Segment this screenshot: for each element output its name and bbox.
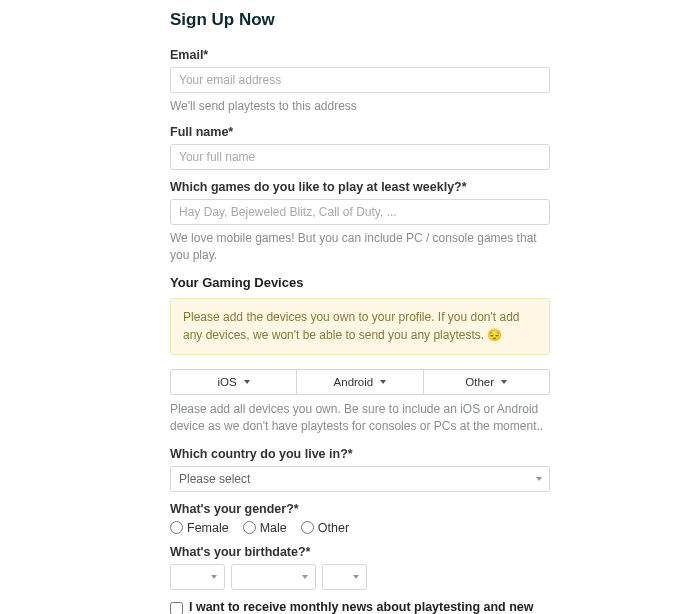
- gender-label: What's your gender?*: [170, 502, 550, 516]
- gender-male-label: Male: [260, 521, 287, 535]
- country-select[interactable]: Please select: [170, 466, 550, 492]
- gender-female-label: Female: [187, 521, 229, 535]
- gender-other-label: Other: [318, 521, 349, 535]
- newsletter-option[interactable]: I want to receive monthly news about pla…: [170, 600, 550, 614]
- gender-female-option[interactable]: Female: [170, 521, 229, 535]
- email-field[interactable]: [170, 67, 550, 93]
- games-field[interactable]: [170, 199, 550, 225]
- devices-notice: Please add the devices you own to your p…: [170, 298, 550, 355]
- birth-day-select[interactable]: [231, 564, 316, 590]
- android-dropdown[interactable]: Android: [297, 369, 423, 395]
- other-dropdown[interactable]: Other: [424, 369, 550, 395]
- newsletter-checkbox[interactable]: [170, 602, 183, 614]
- gender-male-radio[interactable]: [243, 521, 256, 534]
- ios-dropdown[interactable]: iOS: [170, 369, 297, 395]
- page-title: Sign Up Now: [170, 10, 550, 30]
- devices-heading: Your Gaming Devices: [170, 275, 550, 290]
- fullname-label: Full name*: [170, 125, 550, 139]
- devices-notice-text: Please add the devices you own to your p…: [183, 310, 520, 341]
- devices-helper: Please add all devices you own. Be sure …: [170, 401, 550, 435]
- games-label: Which games do you like to play at least…: [170, 180, 550, 194]
- caret-down-icon: [501, 380, 507, 384]
- gender-male-option[interactable]: Male: [243, 521, 287, 535]
- android-dropdown-label: Android: [334, 376, 374, 388]
- newsletter-label: I want to receive monthly news about pla…: [189, 600, 550, 614]
- caret-down-icon: [380, 380, 386, 384]
- ios-dropdown-label: iOS: [217, 376, 236, 388]
- gender-female-radio[interactable]: [170, 521, 183, 534]
- gender-other-radio[interactable]: [301, 521, 314, 534]
- birth-year-select[interactable]: [322, 564, 367, 590]
- gender-other-option[interactable]: Other: [301, 521, 349, 535]
- country-label: Which country do you live in?*: [170, 447, 550, 461]
- other-dropdown-label: Other: [465, 376, 494, 388]
- games-helper: We love mobile games! But you can includ…: [170, 230, 550, 264]
- birthdate-label: What's your birthdate?*: [170, 545, 550, 559]
- email-helper: We'll send playtests to this address: [170, 98, 550, 115]
- sad-emoji-icon: 😔: [487, 328, 502, 342]
- email-label: Email*: [170, 48, 550, 62]
- caret-down-icon: [244, 380, 250, 384]
- fullname-field[interactable]: [170, 144, 550, 170]
- birth-month-select[interactable]: [170, 564, 225, 590]
